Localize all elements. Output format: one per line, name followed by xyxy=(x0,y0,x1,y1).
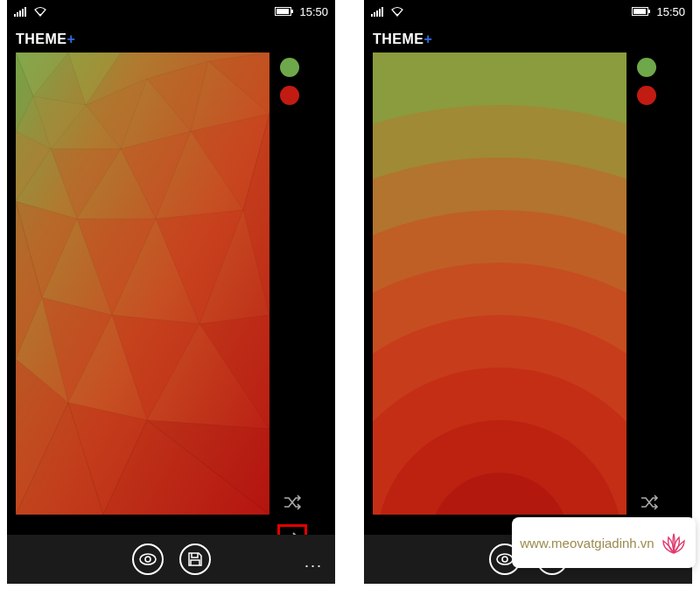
watermark-badge: www.meovatgiadinh.vn xyxy=(512,517,696,568)
shuffle-button[interactable] xyxy=(283,494,302,514)
status-time: 15:50 xyxy=(299,5,328,18)
wifi-icon xyxy=(33,6,47,17)
save-button[interactable] xyxy=(179,543,211,575)
battery-icon xyxy=(275,6,294,17)
svg-rect-4 xyxy=(24,7,26,17)
svg-point-55 xyxy=(497,554,513,564)
app-title-text: THEME xyxy=(16,32,67,46)
status-bar: 15:50 xyxy=(7,0,335,23)
svg-rect-40 xyxy=(382,7,383,17)
svg-rect-43 xyxy=(648,10,650,13)
lotus-icon xyxy=(660,529,688,557)
color-swatch-1[interactable] xyxy=(637,58,656,77)
svg-rect-3 xyxy=(22,9,24,17)
svg-rect-36 xyxy=(371,14,373,17)
color-swatch-1[interactable] xyxy=(280,58,299,77)
phone-screen-2: 15:50 THEME+ xyxy=(364,0,692,584)
svg-point-56 xyxy=(502,557,508,562)
shuffle-icon xyxy=(283,494,302,510)
wallpaper-preview[interactable] xyxy=(373,53,626,515)
svg-rect-8 xyxy=(276,9,289,14)
svg-rect-39 xyxy=(379,9,381,17)
app-title: THEME+ xyxy=(364,23,692,53)
svg-rect-1 xyxy=(17,12,18,17)
more-icon: ··· xyxy=(304,557,323,574)
shuffle-button[interactable] xyxy=(640,494,659,514)
color-swatch-2[interactable] xyxy=(280,86,299,105)
wallpaper-preview[interactable] xyxy=(16,53,270,515)
svg-point-41 xyxy=(396,14,398,16)
battery-icon xyxy=(632,6,651,17)
svg-rect-0 xyxy=(14,14,16,17)
wifi-icon xyxy=(390,6,404,17)
svg-rect-37 xyxy=(374,12,375,17)
more-button[interactable]: ··· xyxy=(304,557,323,575)
svg-rect-7 xyxy=(291,10,293,13)
app-title: THEME+ xyxy=(7,23,335,53)
app-title-plus: + xyxy=(424,32,433,46)
eye-icon xyxy=(139,553,157,565)
eye-icon xyxy=(496,553,514,565)
svg-rect-44 xyxy=(634,9,646,14)
svg-rect-2 xyxy=(19,11,21,17)
status-time: 15:50 xyxy=(656,5,685,18)
app-bar: ··· xyxy=(7,535,335,584)
signal-icon xyxy=(14,6,28,17)
phone-screen-1: 15:50 THEME+ xyxy=(7,0,335,584)
app-title-plus: + xyxy=(67,32,76,46)
watermark-text: www.meovatgiadinh.vn xyxy=(520,536,654,550)
save-icon xyxy=(187,551,203,567)
color-swatch-2[interactable] xyxy=(637,86,656,105)
preview-button[interactable] xyxy=(132,543,164,575)
status-bar: 15:50 xyxy=(364,0,692,23)
svg-point-35 xyxy=(145,557,150,562)
app-title-text: THEME xyxy=(373,32,424,46)
svg-point-34 xyxy=(140,554,156,564)
shuffle-icon xyxy=(640,494,659,510)
signal-icon xyxy=(371,6,385,17)
svg-point-5 xyxy=(39,14,41,16)
svg-rect-38 xyxy=(376,11,378,17)
